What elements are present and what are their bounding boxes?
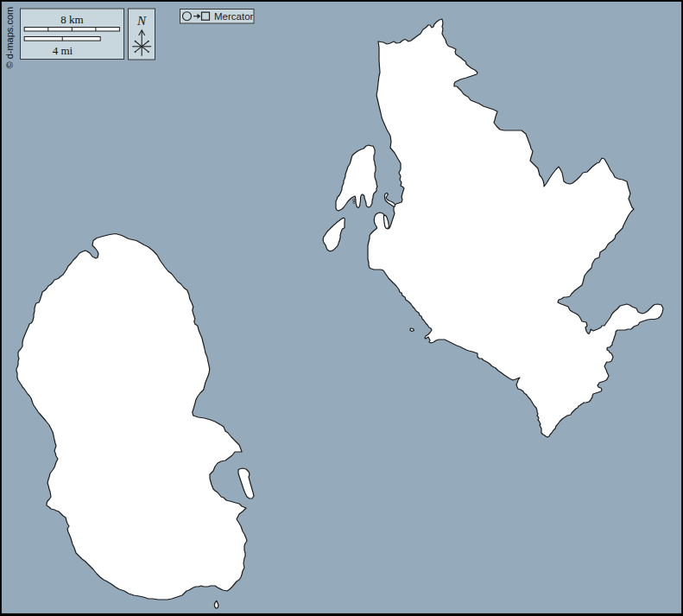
svg-text:Mercator: Mercator — [214, 11, 254, 22]
svg-text:© d-maps.com: © d-maps.com — [4, 7, 15, 69]
svg-text:N: N — [136, 14, 147, 28]
svg-text:4 mi: 4 mi — [53, 44, 73, 57]
svg-text:8 km: 8 km — [60, 13, 83, 26]
